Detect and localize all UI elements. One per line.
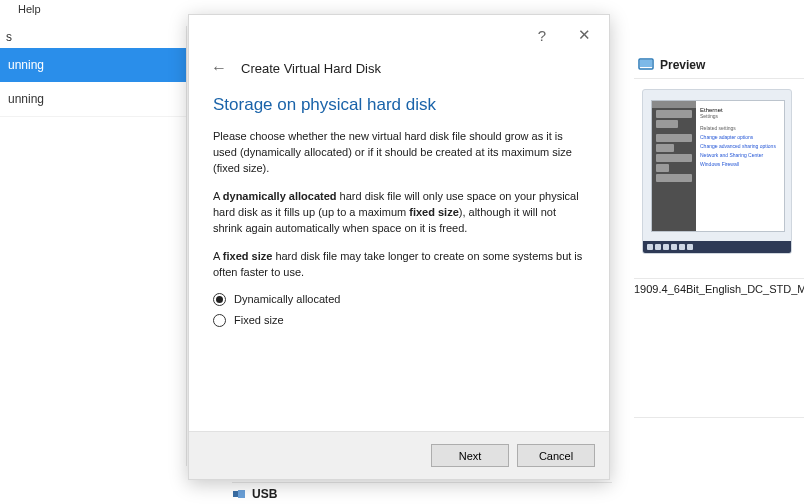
usb-label: USB [252,487,277,501]
vm-state-label: unning [8,58,178,72]
radio-fixed-size[interactable]: Fixed size [213,314,585,327]
svg-rect-5 [640,60,652,67]
usb-section: USB [232,482,612,502]
dialog-heading: Storage on physical hard disk [213,95,585,115]
usb-icon [232,487,246,501]
back-button[interactable]: ← [207,57,231,79]
sidebar-item-vm-2[interactable]: unning [0,82,186,117]
help-button[interactable]: ? [532,25,552,46]
cancel-button[interactable]: Cancel [517,444,595,467]
dialog-footer: Next Cancel [189,431,609,479]
create-vhd-dialog: ? ✕ ← Create Virtual Hard Disk Storage o… [188,14,610,480]
sidebar-header: s [0,26,186,48]
storage-type-radio-group: Dynamically allocated Fixed size [213,293,585,327]
description-paragraph-1: Please choose whether the new virtual ha… [213,129,585,177]
preview-label: Preview [660,58,705,72]
radio-dynamically-allocated[interactable]: Dynamically allocated [213,293,585,306]
radio-label: Fixed size [234,314,284,326]
right-panel-lower: 1909.4_64Bit_English_DC_STD_MLF_X2 [634,278,804,418]
description-paragraph-3: A fixed size hard disk file may take lon… [213,249,585,281]
vm-state-label: unning [8,92,178,106]
svg-rect-6 [233,491,238,497]
radio-indicator-icon [213,314,226,327]
preview-header: Preview [634,52,804,79]
menu-help[interactable]: Help [18,3,41,15]
vm-sidebar: s unning unning [0,26,187,466]
radio-indicator-icon [213,293,226,306]
dialog-title: Create Virtual Hard Disk [241,61,381,76]
next-button[interactable]: Next [431,444,509,467]
radio-label: Dynamically allocated [234,293,340,305]
description-paragraph-2: A dynamically allocated hard disk file w… [213,189,585,237]
iso-filename: 1909.4_64Bit_English_DC_STD_MLF_X2 [634,279,804,299]
svg-rect-7 [238,490,245,498]
right-panel: Preview Ethernet Settings Related sett [634,52,804,418]
sidebar-item-vm-1[interactable]: unning [0,48,186,82]
titlebar: ? ✕ [189,15,609,55]
close-button[interactable]: ✕ [572,24,597,46]
monitor-icon [638,58,654,72]
preview-thumbnail[interactable]: Ethernet Settings Related settings Chang… [642,89,792,254]
